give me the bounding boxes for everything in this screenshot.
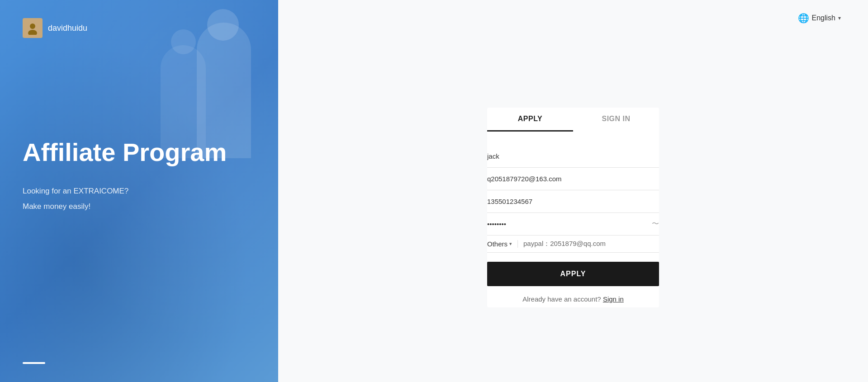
- tabs: APPLY SIGN IN: [487, 108, 659, 132]
- form-box: APPLY SIGN IN: [487, 108, 659, 307]
- left-panel: davidhuidu Affiliate Program Looking for…: [0, 0, 278, 382]
- password-field-row: 〜: [487, 213, 659, 236]
- bottom-bar-decoration: [23, 362, 45, 364]
- hero-subtitle-line1: Looking for an EXTRAICOME?: [23, 184, 256, 198]
- form-container: APPLY SIGN IN: [278, 33, 868, 382]
- chevron-down-icon: ▾: [838, 15, 841, 21]
- payment-type-selector[interactable]: Others ▾: [487, 240, 518, 248]
- toggle-password-icon[interactable]: 〜: [652, 219, 659, 229]
- language-label: English: [812, 14, 835, 22]
- name-field-row: [487, 145, 659, 168]
- payment-field-row: Others ▾: [487, 236, 659, 253]
- tab-sign-in[interactable]: SIGN IN: [573, 108, 659, 132]
- payment-type-label: Others: [487, 240, 508, 248]
- payment-type-chevron-icon: ▾: [509, 241, 512, 247]
- phone-field-row: [487, 190, 659, 213]
- hero-content: Affiliate Program Looking for an EXTRAIC…: [23, 111, 256, 216]
- hero-subtitle: Looking for an EXTRAICOME? Make money ea…: [23, 184, 256, 214]
- tab-apply[interactable]: APPLY: [487, 108, 573, 132]
- password-input[interactable]: [487, 219, 652, 229]
- phone-input[interactable]: [487, 197, 659, 206]
- globe-icon: 🌐: [798, 13, 809, 24]
- email-field-row: [487, 168, 659, 190]
- signin-prompt-text: Already have an account?: [522, 295, 601, 303]
- name-input[interactable]: [487, 151, 659, 161]
- apply-button[interactable]: APPLY: [487, 262, 659, 286]
- signin-link[interactable]: Sign in: [603, 295, 624, 303]
- svg-point-1: [30, 24, 35, 29]
- brand-name: davidhuidu: [48, 24, 87, 33]
- right-panel: 🌐 English ▾ APPLY SIGN IN: [278, 0, 868, 382]
- signin-prompt: Already have an account? Sign in: [487, 295, 659, 307]
- brand-avatar: [23, 18, 43, 38]
- language-selector[interactable]: 🌐 English ▾: [798, 13, 841, 24]
- hero-subtitle-line2: Make money easily!: [23, 200, 256, 214]
- payment-value-input[interactable]: [523, 240, 659, 248]
- email-input[interactable]: [487, 174, 659, 184]
- brand-header: davidhuidu: [23, 18, 256, 38]
- form-fields: 〜 Others ▾: [487, 145, 659, 253]
- hero-title: Affiliate Program: [23, 138, 256, 166]
- top-bar: 🌐 English ▾: [278, 0, 868, 33]
